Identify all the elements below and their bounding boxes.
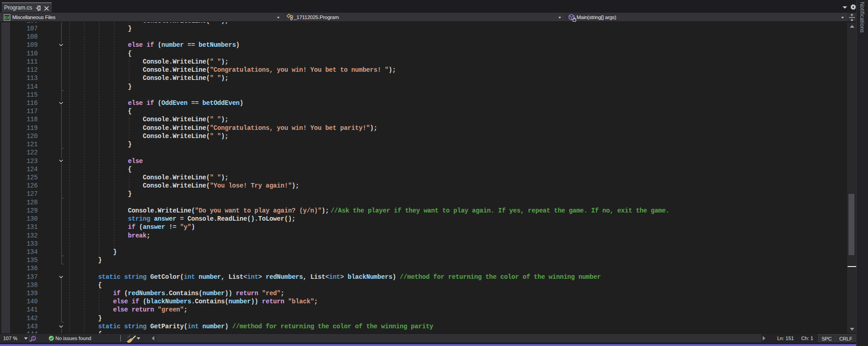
svg-text:C#: C# bbox=[5, 15, 10, 20]
